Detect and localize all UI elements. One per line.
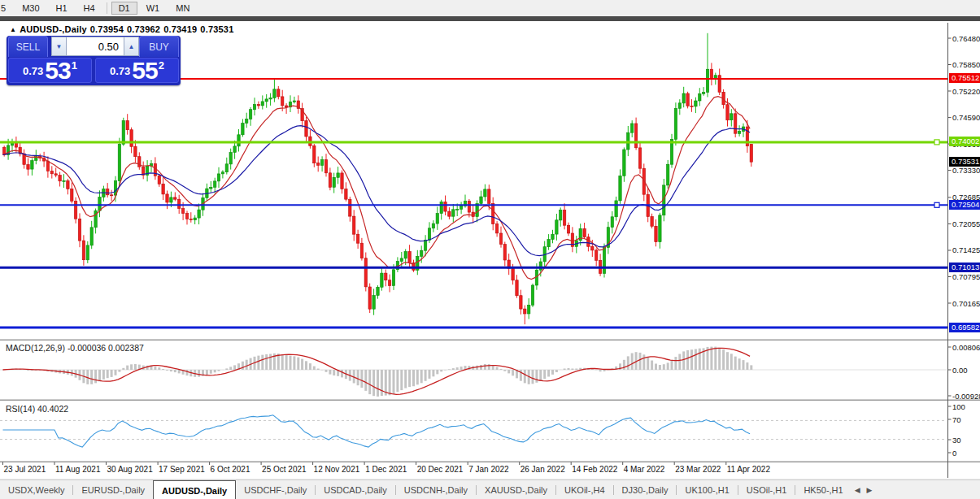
date-axis-label: 23 Mar 2022: [675, 465, 721, 474]
date-axis-label: 23 Jul 2021: [4, 465, 46, 474]
price-axis-tick: 0.74590: [952, 113, 980, 122]
tab-usdcad-daily[interactable]: USDCAD-,Daily: [316, 480, 395, 499]
rsi-axis-tick: 30: [952, 436, 961, 445]
volume-increase-button[interactable]: ▲: [124, 37, 139, 56]
date-axis-label: 7 Jan 2022: [468, 465, 509, 474]
date-axis-label: 14 Feb 2022: [572, 465, 617, 474]
macd-value-main: -0.000036: [68, 343, 106, 353]
ohlc-high: 0.73962: [127, 24, 160, 34]
ohlc-open: 0.73954: [90, 24, 124, 34]
rsi-axis-tick: 70: [952, 415, 961, 424]
buy-price-quote[interactable]: 0.73552: [95, 58, 179, 83]
price-axis-tick: 0.73330: [952, 166, 980, 175]
rsi-axis-tick: 0: [952, 449, 956, 458]
date-axis-label: 12 Nov 2021: [314, 465, 360, 474]
date-axis-label: 30 Aug 2021: [107, 465, 153, 474]
chart-tab-bar: USDX,WeeklyEURUSD-,DailyAUDUSD-,DailyUSD…: [0, 479, 980, 499]
one-click-trading-panel: SELL ▼ ▲ BUY 0.73531 0.73552: [7, 36, 181, 85]
sell-price-quote[interactable]: 0.73531: [8, 58, 92, 83]
date-axis-label: 26 Jan 2022: [520, 465, 565, 474]
ohlc-close: 0.73531: [200, 24, 233, 34]
rsi-value: 40.4022: [37, 404, 68, 414]
chart-title: ▲AUDUSD-,Daily0.739540.739620.734190.735…: [10, 24, 237, 34]
symbol-name: AUDUSD-,Daily: [20, 24, 87, 34]
price-axis-tick: 0.70795: [952, 272, 980, 281]
buy-price-sup: 2: [159, 61, 164, 71]
date-axis-label: 17 Sep 2021: [159, 465, 205, 474]
tab-hk50-h1[interactable]: HK50-,H1: [795, 480, 851, 499]
tab-eurusd-daily[interactable]: EURUSD-,Daily: [73, 480, 153, 499]
price-axis-tick: 0.75850: [952, 60, 980, 69]
macd-axis-tick: -0.00928: [952, 392, 980, 401]
price-level-label: 0.72504: [949, 200, 980, 210]
rsi-indicator-label: RSI(14) 40.4022: [6, 404, 68, 414]
date-axis-label: 1 Dec 2021: [365, 465, 407, 474]
sell-price-small: 0.73: [23, 61, 43, 82]
tabs-scroll-left-icon[interactable]: ◀: [852, 480, 864, 499]
tab-xauusd-daily[interactable]: XAUUSD-,Daily: [477, 480, 555, 499]
date-axis-label: 4 Mar 2022: [624, 465, 665, 474]
ohlc-low: 0.73419: [163, 24, 197, 34]
macd-axis-tick: 0.008061: [952, 343, 980, 352]
buy-price-big: 55: [132, 59, 157, 82]
date-axis-label: 20 Dec 2021: [417, 465, 464, 474]
date-axis-label: 6 Oct 2021: [211, 465, 250, 474]
price-level-label: 0.75512: [949, 73, 980, 83]
tab-usdchf-daily[interactable]: USDCHF-,Daily: [236, 480, 315, 499]
volume-decrease-button[interactable]: ▼: [51, 37, 67, 56]
price-axis-tick: 0.76480: [952, 34, 980, 43]
sell-button[interactable]: SELL: [8, 36, 48, 57]
tab-usdx-weekly[interactable]: USDX,Weekly: [0, 480, 72, 499]
sell-price-sup: 1: [72, 61, 77, 71]
macd-indicator-label: MACD(12,26,9) -0.000036 0.002387: [6, 343, 144, 353]
sell-price-big: 53: [45, 59, 70, 82]
price-level-label: 0.69582: [949, 323, 980, 332]
price-axis-tick: 0.71425: [952, 245, 980, 254]
date-axis-label: 25 Oct 2021: [262, 465, 306, 474]
tab-usoil-h1[interactable]: USOil-,H1: [738, 480, 795, 499]
tabs-scroll-right-icon[interactable]: ▶: [864, 480, 876, 499]
price-axis-tick: 0.70165: [952, 299, 980, 308]
price-axis-tick: 0.72055: [952, 219, 980, 228]
collapse-arrow-icon[interactable]: ▲: [10, 26, 16, 33]
tab-audusd-daily[interactable]: AUDUSD-,Daily: [153, 480, 236, 499]
macd-value-signal: 0.002387: [108, 343, 144, 353]
volume-input[interactable]: [67, 37, 124, 56]
date-axis-label: 11 Aug 2021: [55, 465, 100, 474]
tab-usdcnh-daily[interactable]: USDCNH-,Daily: [396, 480, 476, 499]
trading-terminal: 5M30H1H4D1W1MN ▲AUDUSD-,Daily0.739540.73…: [0, 0, 980, 499]
tab-uk100-h1[interactable]: UK100-,H1: [677, 480, 737, 499]
tab-ukoil-h4[interactable]: UKOil-,H4: [556, 480, 613, 499]
rsi-axis-tick: 100: [952, 402, 965, 411]
price-axis-tick: 0.75220: [952, 87, 980, 96]
buy-price-small: 0.73: [110, 61, 130, 82]
tab-dj30-daily[interactable]: DJ30-,Daily: [614, 480, 677, 499]
price-level-label: 0.71013: [949, 263, 980, 272]
price-level-label: 0.73531: [949, 157, 980, 167]
macd-axis-tick: 0.00: [952, 366, 968, 375]
date-axis-label: 11 Apr 2022: [727, 465, 770, 474]
buy-button[interactable]: BUY: [139, 36, 179, 57]
price-level-label: 0.74002: [949, 137, 980, 146]
